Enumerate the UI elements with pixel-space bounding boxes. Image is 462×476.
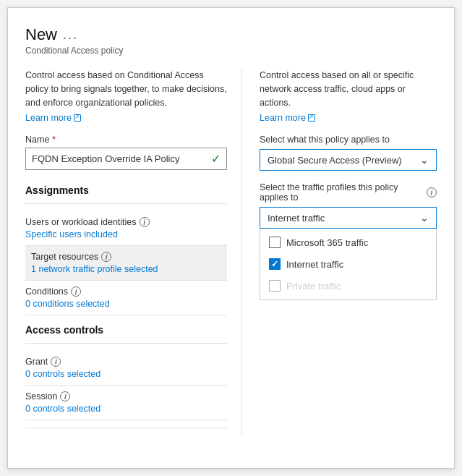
main-window: New ... Conditional Access policy Contro… <box>7 7 455 469</box>
left-column: Control access based on Conditional Acce… <box>25 69 242 435</box>
right-column: Control access based on all or specific … <box>242 69 437 435</box>
left-description: Control access based on Conditional Acce… <box>25 69 227 109</box>
users-value[interactable]: Specific users included <box>25 229 227 239</box>
session-section: Session i 0 controls selected <box>25 386 227 420</box>
name-input: FQDN Exception Override IA Policy <box>32 153 179 164</box>
divider-bottom <box>25 428 227 428</box>
right-description: Control access based on all or specific … <box>260 69 437 109</box>
divider-assignments <box>25 203 227 204</box>
conditions-section: Conditions i 0 conditions selected <box>25 281 227 315</box>
divider-access-controls <box>25 343 227 344</box>
list-item: Private traffic <box>260 275 436 297</box>
policy-applies-value: Global Secure Access (Preview) <box>268 155 402 166</box>
conditions-value[interactable]: 0 conditions selected <box>25 299 227 309</box>
grant-value[interactable]: 0 controls selected <box>25 369 227 379</box>
target-resources-label: Target resources i <box>31 252 221 262</box>
traffic-profiles-label: Select the traffic profiles this policy … <box>260 182 437 203</box>
conditions-info-icon[interactable]: i <box>71 286 81 297</box>
policy-applies-label: Select what this policy applies to <box>260 135 437 145</box>
required-star: * <box>52 135 56 145</box>
target-resources-section: Target resources i 1 network traffic pro… <box>25 246 227 281</box>
ms365-label: Microsoft 365 traffic <box>286 237 368 248</box>
page-subtitle: Conditional Access policy <box>25 46 437 56</box>
users-section: Users or workload identities i Specific … <box>25 211 227 246</box>
internet-traffic-label: Internet traffic <box>286 259 343 270</box>
assignments-header: Assignments <box>25 183 227 196</box>
right-external-link-icon <box>308 114 315 122</box>
session-info-icon[interactable]: i <box>60 391 70 401</box>
private-traffic-label: Private traffic <box>286 281 341 292</box>
name-input-container[interactable]: FQDN Exception Override IA Policy ✓ <box>25 148 227 170</box>
grant-info-icon[interactable]: i <box>51 357 61 367</box>
private-traffic-checkbox <box>269 280 281 292</box>
internet-traffic-checkbox[interactable] <box>269 258 281 270</box>
users-info-icon[interactable]: i <box>140 217 150 227</box>
left-learn-more-label: Learn more <box>25 113 72 123</box>
target-resources-value[interactable]: 1 network traffic profile selected <box>31 264 221 274</box>
list-item[interactable]: Microsoft 365 traffic <box>260 231 436 253</box>
users-label: Users or workload identities i <box>25 217 227 227</box>
list-item[interactable]: Internet traffic <box>260 253 436 275</box>
target-info-icon[interactable]: i <box>101 252 111 262</box>
traffic-info-icon[interactable]: i <box>427 187 437 197</box>
left-learn-more-link[interactable]: Learn more <box>25 113 81 123</box>
title-dots: ... <box>63 27 78 43</box>
traffic-checkbox-list: Microsoft 365 traffic Internet traffic P… <box>260 229 437 300</box>
valid-checkmark-icon: ✓ <box>211 152 221 166</box>
grant-label: Grant i <box>25 357 227 367</box>
external-link-icon <box>74 114 81 122</box>
policy-dropdown-arrow-icon: ⌄ <box>420 154 429 166</box>
traffic-profiles-dropdown[interactable]: Internet traffic ⌄ <box>260 207 437 229</box>
access-controls-header: Access controls <box>25 323 227 336</box>
title-bar: New ... <box>25 25 437 44</box>
policy-applies-dropdown[interactable]: Global Secure Access (Preview) ⌄ <box>260 149 437 171</box>
ms365-checkbox[interactable] <box>269 237 281 248</box>
page-title: New <box>25 25 57 44</box>
right-learn-more-link[interactable]: Learn more <box>260 113 315 123</box>
traffic-dropdown-arrow-icon: ⌄ <box>420 212 429 224</box>
name-field-label: Name * <box>25 135 227 145</box>
conditions-label: Conditions i <box>25 286 227 297</box>
session-label: Session i <box>25 391 227 401</box>
session-value[interactable]: 0 controls selected <box>25 404 227 414</box>
traffic-dropdown-value: Internet traffic <box>268 213 325 224</box>
grant-section: Grant i 0 controls selected <box>25 351 227 386</box>
right-learn-more-label: Learn more <box>260 113 306 123</box>
